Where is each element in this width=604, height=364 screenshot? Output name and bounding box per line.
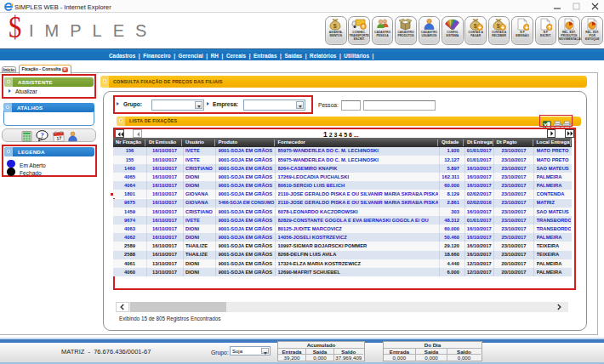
svg-text:?: ?	[40, 130, 43, 139]
svg-text:17: 17	[56, 135, 61, 140]
svg-text:$: $	[333, 23, 337, 30]
svg-text:$: $	[497, 23, 500, 30]
svg-text:$: $	[473, 23, 476, 30]
